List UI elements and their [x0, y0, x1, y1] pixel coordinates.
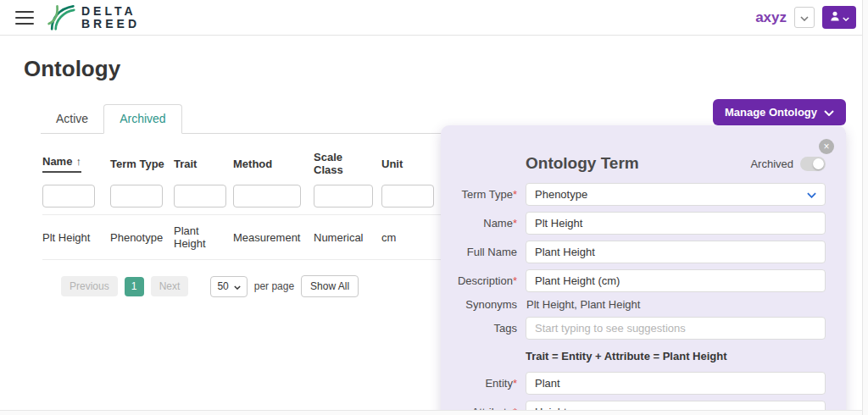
cell-trait: Plant Height [174, 215, 233, 260]
entity-field[interactable] [526, 372, 826, 395]
full-name-label: Full Name [453, 246, 526, 258]
tags-label: Tags [453, 322, 526, 335]
leaf-logo-icon [46, 1, 76, 35]
column-header-term-type[interactable]: Term Type [110, 142, 174, 183]
column-header-unit[interactable]: Unit [381, 142, 441, 183]
full-name-field[interactable] [526, 241, 826, 263]
show-all-button[interactable]: Show All [301, 275, 359, 297]
entity-label: Entity* [453, 377, 526, 390]
filter-input-trait[interactable] [174, 185, 226, 208]
chevron-down-icon [843, 11, 849, 24]
trait-formula-text: Trait = Entity + Attribute = Plant Heigh… [526, 350, 826, 362]
user-icon [830, 11, 840, 24]
current-page-button[interactable]: 1 [125, 277, 144, 296]
cell-unit: cm [381, 215, 441, 260]
filter-input-name[interactable] [42, 185, 95, 208]
logo-text: DELTA BREED [81, 5, 140, 30]
column-header-scale-class[interactable]: Scale Class [314, 142, 381, 183]
chevron-down-icon [824, 106, 834, 119]
program-name: axyz [755, 9, 787, 26]
filter-input-scale-class[interactable] [314, 185, 373, 208]
hamburger-menu-button[interactable] [15, 11, 34, 25]
archived-toggle-label: Archived [750, 158, 793, 170]
filter-input-term-type[interactable] [110, 185, 163, 208]
synonyms-label: Synonyms [453, 298, 526, 311]
tab-active[interactable]: Active [41, 105, 103, 133]
window-scrollbar-track[interactable] [862, 0, 868, 415]
chevron-down-icon [234, 280, 241, 292]
filter-input-unit[interactable] [381, 185, 434, 208]
name-field[interactable] [526, 212, 826, 235]
term-type-select[interactable]: Phenotype [526, 183, 826, 206]
window-edge [0, 410, 868, 415]
table-row[interactable]: Plt Height Phenotype Plant Height Measur… [42, 215, 441, 260]
per-page-label: per page [254, 280, 294, 292]
chevron-down-icon [807, 188, 816, 201]
cell-name: Plt Height [42, 215, 110, 260]
archived-toggle[interactable] [800, 157, 826, 171]
column-header-name[interactable]: Name ↑ [42, 142, 110, 183]
ontology-term-panel: × Ontology Term Archived Term Type* Phen… [441, 125, 846, 415]
top-bar: DELTA BREED axyz [0, 0, 868, 36]
column-header-method[interactable]: Method [233, 142, 314, 183]
cell-term-type: Phenotype [110, 215, 174, 260]
previous-page-button[interactable]: Previous [61, 276, 118, 296]
term-type-label: Term Type* [453, 188, 526, 201]
next-page-button[interactable]: Next [151, 276, 189, 296]
filter-input-method[interactable] [233, 185, 301, 208]
close-icon[interactable]: × [819, 139, 834, 154]
description-label: Description* [453, 274, 526, 287]
synonyms-value: Plt Height, Plant Height [526, 298, 826, 311]
chevron-down-icon [800, 11, 809, 24]
tab-archived[interactable]: Archived [103, 104, 181, 134]
manage-ontology-button[interactable]: Manage Ontology [713, 99, 846, 125]
user-menu-button[interactable] [822, 6, 856, 29]
description-field[interactable] [526, 269, 826, 292]
cell-method: Measurement [233, 215, 314, 260]
column-header-trait[interactable]: Trait [174, 142, 233, 183]
cell-scale-class: Numerical [314, 215, 381, 260]
page-title: Ontology [24, 56, 846, 82]
name-label: Name* [453, 217, 526, 230]
page-size-select[interactable]: 50 [210, 276, 247, 297]
tags-field[interactable] [526, 317, 826, 340]
program-menu-button[interactable] [794, 7, 815, 28]
brand-logo: DELTA BREED [46, 1, 140, 35]
sort-ascending-icon: ↑ [75, 155, 81, 168]
panel-title: Ontology Term [526, 154, 639, 173]
